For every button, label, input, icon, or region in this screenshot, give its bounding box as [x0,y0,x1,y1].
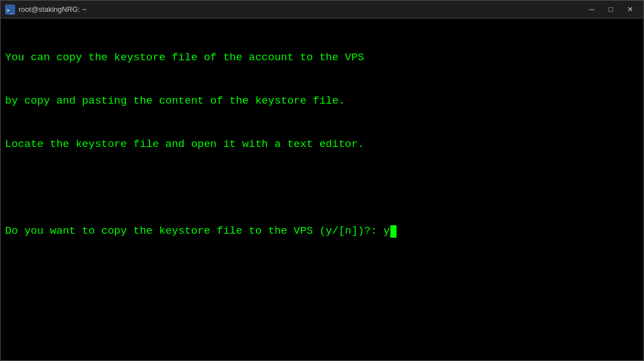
terminal-prompt-text: Do you want to copy the keystore file to… [5,224,384,239]
titlebar-controls: ─ □ ✕ [583,3,639,16]
terminal-line-1: You can copy the keystore file of the ac… [5,51,639,65]
terminal-line-2: by copy and pasting the content of the k… [5,94,639,109]
minimize-button[interactable]: ─ [583,3,601,16]
titlebar-left: >_ root@stakingNRG: ~ [5,5,87,15]
window-title: root@stakingNRG: ~ [19,5,87,14]
svg-text:>_: >_ [6,7,14,14]
terminal-line-3: Locate the keystore file and open it wit… [5,137,639,152]
terminal-icon: >_ [5,5,15,15]
maximize-button[interactable]: □ [602,3,620,16]
terminal-window: >_ root@stakingNRG: ~ ─ □ ✕ You can copy… [0,0,644,361]
terminal-line-4 [5,181,639,195]
titlebar: >_ root@stakingNRG: ~ ─ □ ✕ [1,1,643,19]
terminal-cursor [390,225,397,238]
close-button[interactable]: ✕ [621,3,639,16]
terminal-input-char: y [384,224,390,239]
terminal-prompt-line: Do you want to copy the keystore file to… [5,224,639,239]
terminal-body[interactable]: You can copy the keystore file of the ac… [1,19,643,360]
